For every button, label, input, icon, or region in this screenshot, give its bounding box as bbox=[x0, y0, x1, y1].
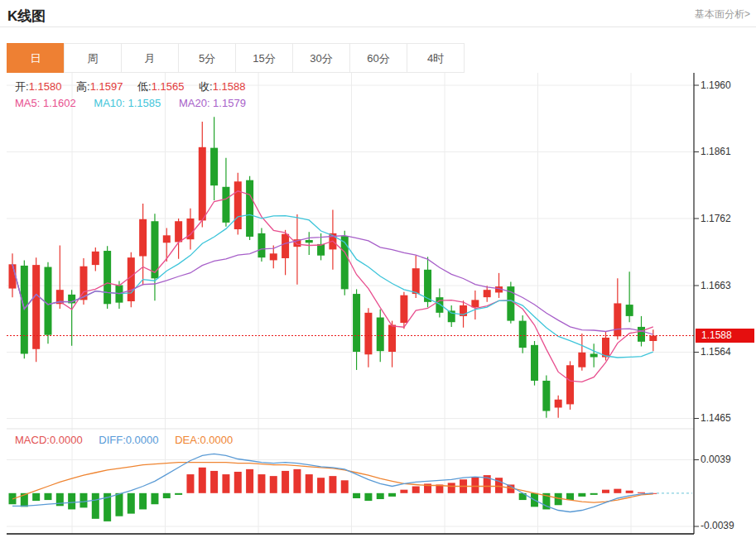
current-price-tag: 1.1588 bbox=[696, 329, 754, 343]
macd-bar bbox=[353, 493, 360, 498]
macd-bar bbox=[270, 476, 277, 493]
candle-body bbox=[602, 338, 609, 358]
candle-body bbox=[353, 294, 360, 352]
ohlc-legend: 开:1.1580 高:1.1597 低:1.1565 收:1.1588 bbox=[15, 79, 257, 94]
candle-body bbox=[614, 303, 621, 336]
y-axis-label: 1.1861 bbox=[701, 146, 731, 157]
candle-body bbox=[519, 321, 527, 348]
ma20-legend: MA20: 1.1579 bbox=[179, 97, 246, 109]
macd-bar bbox=[139, 493, 147, 510]
candle-body bbox=[341, 236, 349, 289]
macd-bar bbox=[79, 493, 87, 508]
macd-bar bbox=[448, 483, 455, 492]
candle-body bbox=[175, 221, 182, 242]
macd-bar bbox=[199, 468, 206, 493]
candle-body bbox=[258, 233, 265, 257]
macd-bar bbox=[115, 493, 123, 516]
macd-bar bbox=[258, 474, 265, 493]
candle-body bbox=[388, 324, 396, 352]
y-axis-label: 1.1663 bbox=[701, 280, 731, 291]
candle-body bbox=[9, 264, 17, 288]
ma-legend: MA5: 1.1602 MA10: 1.1585 MA20: 1.1579 bbox=[15, 97, 246, 109]
candle-body bbox=[364, 313, 372, 354]
macd-bar bbox=[317, 478, 325, 493]
candle-body bbox=[104, 251, 111, 304]
macd-bar bbox=[638, 492, 645, 493]
y-axis-label: 1.1465 bbox=[701, 412, 731, 424]
ma10-legend: MA10: 1.1585 bbox=[94, 97, 161, 109]
macd-bar bbox=[151, 493, 158, 504]
macd-bar bbox=[626, 491, 633, 493]
candle-body bbox=[270, 253, 277, 260]
candle-body bbox=[377, 318, 384, 352]
candle-body bbox=[210, 148, 218, 186]
candle-body bbox=[222, 187, 229, 223]
candle-body bbox=[139, 219, 147, 257]
dea-value: DEA:0.0000 bbox=[175, 434, 233, 446]
macd-bar bbox=[32, 493, 40, 501]
candle-body bbox=[234, 181, 242, 229]
macd-bar bbox=[377, 493, 384, 499]
candle-body bbox=[282, 234, 289, 258]
diff-value: DIFF:0.0000 bbox=[99, 434, 158, 446]
candle-body bbox=[128, 257, 135, 301]
macd-bar bbox=[68, 493, 75, 510]
candle-body bbox=[638, 327, 645, 342]
macd-bar bbox=[602, 490, 609, 493]
macd-bar bbox=[163, 493, 171, 498]
candle-body bbox=[246, 180, 253, 237]
open-label: 开: bbox=[15, 80, 29, 93]
macd-bar bbox=[566, 493, 574, 500]
close-value: 1.1588 bbox=[213, 80, 246, 93]
macd-bar bbox=[175, 493, 182, 495]
candle-body bbox=[400, 295, 407, 323]
macd-bar bbox=[293, 469, 301, 493]
macd-legend: MACD:0.0000 DIFF:0.0000 DEA:0.0000 bbox=[15, 434, 233, 446]
candle-body bbox=[555, 400, 562, 408]
macd-bar bbox=[44, 493, 51, 500]
macd-bar bbox=[306, 474, 313, 493]
candle-body bbox=[199, 147, 206, 221]
candle-body bbox=[306, 240, 313, 243]
macd-bar bbox=[388, 493, 396, 497]
macd-bar bbox=[471, 477, 479, 493]
candle-body bbox=[412, 268, 420, 294]
macd-bar bbox=[234, 472, 242, 493]
candle-body bbox=[566, 365, 574, 404]
macd-bar bbox=[590, 493, 598, 495]
macd-bar bbox=[329, 476, 336, 493]
macd-axis-label: -0.0039 bbox=[701, 520, 734, 531]
high-label: 高: bbox=[76, 80, 90, 93]
macd-bar bbox=[282, 471, 289, 493]
macd-bar bbox=[210, 471, 218, 493]
macd-bar bbox=[364, 493, 372, 501]
candle-body bbox=[484, 290, 491, 297]
macd-bar bbox=[246, 469, 253, 493]
close-label: 收: bbox=[199, 80, 213, 93]
candle-body bbox=[531, 345, 538, 381]
low-value: 1.1565 bbox=[152, 80, 185, 93]
candle-body bbox=[32, 265, 40, 349]
candle-body bbox=[626, 305, 633, 316]
y-axis-label: 1.1564 bbox=[701, 346, 731, 358]
macd-axis-label: 0.0039 bbox=[701, 454, 731, 465]
candle-body bbox=[578, 353, 585, 367]
candle-body bbox=[317, 244, 325, 256]
candle-body bbox=[590, 353, 598, 357]
candle-body bbox=[163, 235, 171, 243]
candle-body bbox=[649, 335, 657, 341]
macd-bar bbox=[341, 480, 349, 492]
candle-body bbox=[92, 252, 99, 265]
macd-bar bbox=[92, 493, 99, 519]
y-axis-label: 1.1960 bbox=[701, 79, 731, 91]
macd-bar bbox=[614, 489, 621, 493]
open-value: 1.1580 bbox=[29, 80, 62, 93]
high-value: 1.1597 bbox=[90, 80, 123, 93]
macd-bar bbox=[128, 493, 135, 514]
macd-bar bbox=[186, 474, 194, 493]
candle-body bbox=[44, 267, 51, 335]
candle-body bbox=[436, 297, 443, 313]
ma5-legend: MA5: 1.1602 bbox=[15, 97, 76, 109]
macd-bar bbox=[412, 487, 420, 493]
y-axis-label: 1.1762 bbox=[701, 213, 731, 224]
